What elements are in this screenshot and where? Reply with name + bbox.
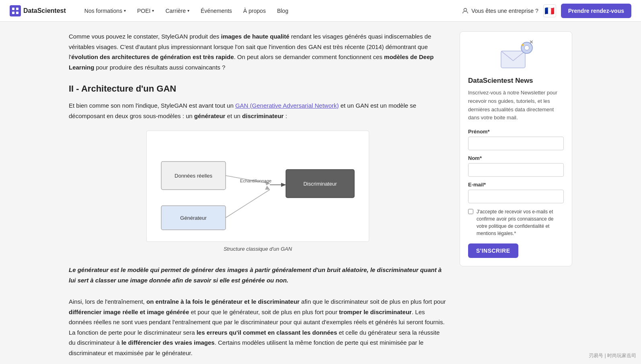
- watermark: 刃易号 | 时尚玩家岳司: [589, 352, 636, 359]
- nom-group: Nom*: [468, 155, 564, 177]
- nom-label: Nom*: [468, 155, 564, 161]
- email-label: E-mail*: [468, 182, 564, 188]
- logo-icon: [10, 5, 21, 16]
- svg-rect-1: [16, 8, 18, 10]
- logo[interactable]: DataScientest: [10, 5, 66, 16]
- svg-text:Discriminateur: Discriminateur: [303, 181, 337, 187]
- consent-group: J'accepte de recevoir vos e-mails et con…: [468, 208, 564, 237]
- prenom-input[interactable]: [468, 137, 564, 150]
- nav-apropos[interactable]: À propos: [238, 0, 271, 22]
- svg-marker-14: [265, 186, 270, 190]
- svg-rect-0: [12, 8, 14, 10]
- page-wrapper: Comme vous pouvez le constater, StyleGAN…: [59, 22, 582, 364]
- consent-checkbox[interactable]: [468, 209, 473, 214]
- logo-text: DataScientest: [23, 7, 66, 14]
- article: Comme vous pouvez le constater, StyleGAN…: [69, 31, 447, 358]
- svg-text:✦: ✦: [520, 42, 525, 48]
- diagram-svg-wrap: Données réelles Générateur Discriminateu…: [146, 131, 369, 242]
- newsletter-icon: ✦ ✕: [498, 40, 534, 72]
- nav-right: Vous êtes une entreprise ? 🇫🇷 Prendre re…: [462, 4, 631, 18]
- chevron-down-icon: ▾: [187, 8, 189, 13]
- subscribe-button[interactable]: S'INSCRIRE: [468, 243, 518, 258]
- section-intro: Et bien comme son nom l'indique, StyleGA…: [69, 100, 447, 121]
- newsletter-card: ✦ ✕ DataScientest News Inscrivez-vous à …: [460, 31, 572, 266]
- enterprise-icon: [462, 7, 469, 14]
- nav-evenements[interactable]: Événements: [195, 0, 238, 22]
- newsletter-icon-wrap: ✦ ✕: [468, 40, 564, 72]
- email-input[interactable]: [468, 190, 564, 203]
- chevron-down-icon: ▾: [152, 8, 154, 13]
- navbar: DataScientest Nos formations ▾ POEI ▾ Ca…: [0, 0, 641, 22]
- svg-rect-2: [12, 12, 14, 14]
- nav-carriere[interactable]: Carrière ▾: [160, 0, 195, 22]
- cta-button[interactable]: Prendre rendez-vous: [561, 4, 631, 18]
- svg-point-4: [464, 8, 467, 11]
- highlight-block: Le générateur est le modèle qui permet d…: [69, 265, 447, 285]
- body-paragraph: Ainsi, lors de l'entraînement, on entraî…: [69, 297, 447, 358]
- newsletter-form: Prénom* Nom* E-mail* J'accepte de recevo…: [468, 129, 564, 258]
- enterprise-link[interactable]: Vous êtes une entreprise ?: [462, 7, 538, 14]
- nav-links: Nos formations ▾ POEI ▾ Carrière ▾ Événe…: [79, 0, 462, 22]
- gan-link[interactable]: GAN (Generative Adversarial Network): [235, 102, 339, 109]
- newsletter-desc: Inscrivez-vous à notre Newsletter pour r…: [468, 89, 564, 122]
- prenom-group: Prénom*: [468, 129, 564, 150]
- diagram-container: Données réelles Générateur Discriminateu…: [69, 131, 447, 252]
- nav-poei[interactable]: POEI ▾: [131, 0, 160, 22]
- language-flag[interactable]: 🇫🇷: [543, 4, 556, 17]
- newsletter-title: DataScientest News: [468, 77, 564, 85]
- consent-label: J'accepte de recevoir vos e-mails et con…: [477, 208, 564, 237]
- svg-marker-16: [281, 183, 285, 187]
- prenom-label: Prénom*: [468, 129, 564, 135]
- svg-line-13: [226, 190, 270, 218]
- svg-text:✕: ✕: [529, 40, 533, 45]
- nav-blog[interactable]: Blog: [271, 0, 294, 22]
- svg-text:Echantillonnage: Echantillonnage: [240, 178, 271, 183]
- intro-paragraph: Comme vous pouvez le constater, StyleGAN…: [69, 31, 447, 72]
- svg-text:Générateur: Générateur: [180, 215, 207, 221]
- svg-text:Données réelles: Données réelles: [175, 173, 212, 179]
- nav-formations[interactable]: Nos formations ▾: [79, 0, 131, 22]
- chevron-down-icon: ▾: [124, 8, 126, 13]
- email-group: E-mail*: [468, 182, 564, 203]
- gan-diagram-svg: Données réelles Générateur Discriminateu…: [153, 137, 362, 234]
- section-title: II - Architecture d'un GAN: [69, 84, 447, 94]
- svg-rect-3: [16, 12, 18, 14]
- nom-input[interactable]: [468, 163, 564, 177]
- diagram-caption: Structure classique d'un GAN: [224, 246, 292, 252]
- sidebar: ✦ ✕ DataScientest News Inscrivez-vous à …: [460, 31, 572, 266]
